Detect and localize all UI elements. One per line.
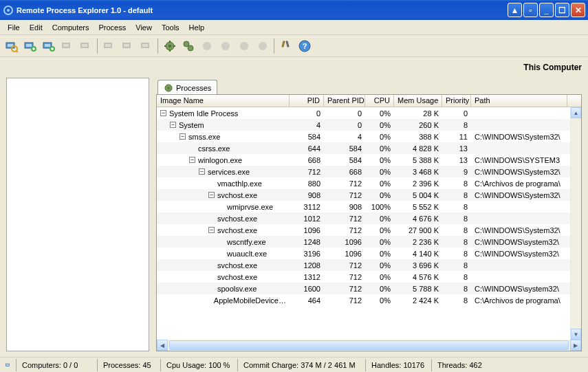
cell: 4 xyxy=(290,121,324,129)
process-name-cell: svchost.exe xyxy=(157,261,290,270)
svg-point-33 xyxy=(259,42,267,50)
column-header[interactable]: CPU xyxy=(365,95,394,107)
cell: 5 388 K xyxy=(394,156,442,164)
scroll-right-icon[interactable]: ▶ xyxy=(570,340,581,351)
table-row[interactable]: −svchost.exe10967120%27 900 K8C:\WINDOWS… xyxy=(157,224,570,236)
cell: C:\WINDOWS\System32\ xyxy=(471,191,567,199)
menu-edit[interactable]: Edit xyxy=(25,22,47,33)
tree-toggle-icon[interactable]: − xyxy=(160,110,166,116)
svg-text:?: ? xyxy=(302,42,307,50)
table-row[interactable]: svchost.exe13127120%4 576 K8 xyxy=(157,271,570,283)
column-header[interactable]: Path xyxy=(471,95,567,107)
table-row[interactable]: wmiprvse.exe3112908100%5 552 K8 xyxy=(157,201,570,212)
cell: 13 xyxy=(442,144,471,153)
table-row[interactable]: −services.exe7126680%3 468 K9C:\WINDOWS\… xyxy=(157,166,570,177)
process-name-cell: wmiprvse.exe xyxy=(157,203,290,211)
vertical-scrollbar[interactable]: ▲ ▼ xyxy=(570,107,581,340)
gear-icon xyxy=(164,83,173,93)
tray-button[interactable]: ▫ xyxy=(523,3,538,17)
tree-toggle-icon[interactable]: − xyxy=(199,168,205,175)
tree-toggle-icon[interactable]: − xyxy=(208,227,215,233)
cell: 0% xyxy=(365,238,394,246)
help-icon[interactable]: ? xyxy=(295,36,314,55)
settings-icon[interactable] xyxy=(276,36,295,55)
table-row[interactable]: AppleMobileDevice…4647120%2 424 K8C:\Arc… xyxy=(157,294,570,306)
column-header[interactable]: Parent PID xyxy=(324,95,365,107)
process-name-cell: svchost.exe xyxy=(157,273,290,281)
column-header[interactable]: Priority xyxy=(442,95,471,107)
menu-tools[interactable]: Tools xyxy=(157,22,184,33)
cell: 1208 xyxy=(290,261,324,270)
cell: 908 xyxy=(324,203,365,211)
cell: C:\WINDOWS\system32\ xyxy=(471,285,567,293)
tree-toggle-icon[interactable]: − xyxy=(208,192,215,198)
disconnect-icon xyxy=(118,36,137,55)
svg-rect-21 xyxy=(142,44,148,47)
menu-view[interactable]: View xyxy=(131,22,157,33)
table-row[interactable]: wuauclt.exe319610960%4 140 K8C:\WINDOWS\… xyxy=(157,248,570,259)
add-computer2-icon[interactable] xyxy=(39,36,58,55)
process-gear-icon[interactable] xyxy=(160,36,179,55)
table-row[interactable]: svchost.exe10127120%4 676 K8 xyxy=(157,212,570,224)
svg-point-29 xyxy=(188,45,193,51)
rollup-button[interactable]: ▲ xyxy=(508,3,522,17)
cell: 1012 xyxy=(290,215,324,223)
menu-process[interactable]: Process xyxy=(94,22,131,33)
tree-toggle-icon[interactable]: − xyxy=(170,122,176,128)
table-row[interactable]: −System Idle Process000%28 K0 xyxy=(157,107,570,119)
horizontal-scrollbar[interactable]: ◀ ▶ xyxy=(157,340,581,351)
find-computer-icon[interactable] xyxy=(2,36,21,55)
menu-computers[interactable]: Computers xyxy=(47,22,94,33)
cell: 8 xyxy=(442,273,471,281)
cell: 4 576 K xyxy=(394,273,442,281)
table-row[interactable]: −System400%260 K8 xyxy=(157,119,570,131)
column-header[interactable]: Image Name xyxy=(157,95,290,107)
status-icon xyxy=(0,359,17,371)
table-row[interactable]: csrss.exe6445840%4 828 K13 xyxy=(157,142,570,154)
context-label: This Computer xyxy=(523,58,582,76)
maximize-button[interactable]: ☐ xyxy=(555,3,569,17)
table-row[interactable]: −svchost.exe9087120%5 004 K8C:\WINDOWS\S… xyxy=(157,189,570,201)
cell: 0% xyxy=(365,109,394,118)
process-name-cell: −svchost.exe xyxy=(157,191,290,199)
table-row[interactable]: −smss.exe58440%388 K11C:\WINDOWS\System3… xyxy=(157,131,570,142)
scroll-up-icon[interactable]: ▲ xyxy=(571,107,581,118)
process-gears-icon[interactable] xyxy=(179,36,197,55)
tree-toggle-icon[interactable]: − xyxy=(189,157,195,163)
tab-processes[interactable]: Processes xyxy=(157,80,217,95)
cell: 0% xyxy=(365,144,394,153)
process-name-cell: −System xyxy=(157,121,290,129)
cell: 712 xyxy=(324,285,365,293)
scroll-left-icon[interactable]: ◀ xyxy=(157,340,168,351)
cell: 2 424 K xyxy=(394,296,442,305)
svg-point-23 xyxy=(168,45,171,47)
table-row[interactable]: wscntfy.exe124810960%2 236 K8C:\WINDOWS\… xyxy=(157,236,570,248)
column-header[interactable]: Mem Usage xyxy=(394,95,442,107)
edit-computer-icon xyxy=(58,36,76,55)
computer-tree[interactable] xyxy=(6,78,149,351)
table-row[interactable]: vmacthlp.exe8807120%2 396 K8C:\Archivos … xyxy=(157,177,570,189)
cell: 8 xyxy=(442,179,471,188)
scroll-thumb[interactable] xyxy=(169,340,569,350)
column-header[interactable]: PID xyxy=(290,95,324,107)
cell: 0% xyxy=(365,226,394,234)
menu-help[interactable]: Help xyxy=(184,22,210,33)
cell: 0% xyxy=(365,273,394,281)
table-body[interactable]: −System Idle Process000%28 K0−System400%… xyxy=(157,107,570,340)
table-row[interactable]: svchost.exe12087120%3 696 K8 xyxy=(157,259,570,271)
table-row[interactable]: −winlogon.exe6685840%5 388 K13C:\WINDOWS… xyxy=(157,154,570,166)
scroll-down-icon[interactable]: ▼ xyxy=(571,329,581,340)
cell: 388 K xyxy=(394,133,442,141)
minimize-button[interactable]: _ xyxy=(539,3,554,17)
tab-strip: Processes xyxy=(156,78,582,94)
table-row[interactable]: spoolsv.exe16007120%5 788 K8C:\WINDOWS\s… xyxy=(157,283,570,294)
add-computer-icon[interactable] xyxy=(21,36,39,55)
titlebar[interactable]: Remote Process Explorer 1.0 - default ▲ … xyxy=(0,0,588,20)
tree-toggle-icon[interactable]: − xyxy=(179,133,186,140)
menu-file[interactable]: File xyxy=(3,22,25,33)
close-button[interactable]: ✕ xyxy=(571,3,585,17)
cell: 2 236 K xyxy=(394,238,442,246)
cell: 908 xyxy=(290,191,324,199)
cell: 712 xyxy=(324,179,365,188)
cell: 0% xyxy=(365,179,394,188)
